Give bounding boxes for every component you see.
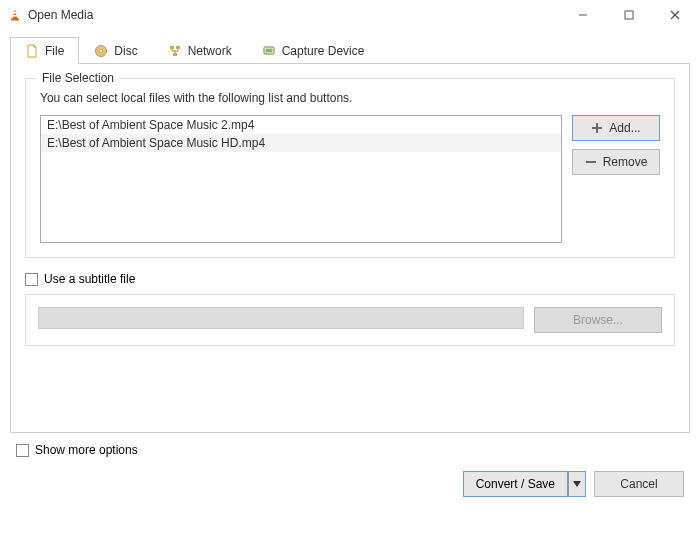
titlebar: Open Media bbox=[0, 0, 700, 30]
add-button-label: Add... bbox=[609, 121, 640, 135]
svg-rect-1 bbox=[12, 15, 17, 17]
tab-label: Disc bbox=[114, 44, 137, 58]
subtitle-checkbox[interactable] bbox=[25, 273, 38, 286]
disc-icon bbox=[94, 44, 108, 58]
show-more-label: Show more options bbox=[35, 443, 138, 457]
browse-button-label: Browse... bbox=[573, 313, 623, 327]
show-more-checkbox[interactable] bbox=[16, 444, 29, 457]
tab-label: Network bbox=[188, 44, 232, 58]
svg-point-8 bbox=[100, 50, 103, 53]
subtitle-checkbox-row[interactable]: Use a subtitle file bbox=[25, 272, 675, 286]
show-more-row[interactable]: Show more options bbox=[16, 443, 684, 457]
svg-rect-13 bbox=[265, 49, 272, 53]
minimize-button[interactable] bbox=[560, 0, 606, 30]
cancel-button-label: Cancel bbox=[620, 477, 657, 491]
capture-device-icon bbox=[262, 44, 276, 58]
list-item[interactable]: E:\Best of Ambient Space Music 2.mp4 bbox=[41, 116, 561, 134]
file-selection-legend: File Selection bbox=[36, 71, 120, 85]
svg-rect-15 bbox=[592, 127, 602, 129]
svg-rect-11 bbox=[173, 53, 177, 56]
close-button[interactable] bbox=[652, 0, 698, 30]
window-title: Open Media bbox=[28, 8, 560, 22]
convert-save-label[interactable]: Convert / Save bbox=[463, 471, 568, 497]
cancel-button[interactable]: Cancel bbox=[594, 471, 684, 497]
remove-button[interactable]: Remove bbox=[572, 149, 660, 175]
remove-button-label: Remove bbox=[603, 155, 648, 169]
svg-rect-16 bbox=[586, 161, 596, 163]
svg-rect-4 bbox=[625, 11, 633, 19]
file-icon bbox=[25, 44, 39, 58]
list-item[interactable]: E:\Best of Ambient Space Music HD.mp4 bbox=[41, 134, 561, 152]
svg-rect-2 bbox=[11, 19, 19, 21]
vlc-cone-icon bbox=[8, 8, 22, 22]
tab-file[interactable]: File bbox=[10, 37, 79, 64]
convert-save-button[interactable]: Convert / Save bbox=[463, 471, 586, 497]
file-selection-hint: You can select local files with the foll… bbox=[40, 91, 660, 105]
tab-capture[interactable]: Capture Device bbox=[247, 37, 380, 64]
network-icon bbox=[168, 44, 182, 58]
tab-label: File bbox=[45, 44, 64, 58]
tab-label: Capture Device bbox=[282, 44, 365, 58]
subtitle-group: Browse... bbox=[25, 294, 675, 346]
file-list[interactable]: E:\Best of Ambient Space Music 2.mp4 E:\… bbox=[40, 115, 562, 243]
subtitle-checkbox-label: Use a subtitle file bbox=[44, 272, 135, 286]
chevron-down-icon bbox=[573, 481, 581, 487]
svg-rect-0 bbox=[13, 12, 17, 14]
add-button[interactable]: Add... bbox=[572, 115, 660, 141]
svg-rect-9 bbox=[170, 46, 174, 49]
tab-network[interactable]: Network bbox=[153, 37, 247, 64]
subtitle-path-input bbox=[38, 307, 524, 329]
browse-button: Browse... bbox=[534, 307, 662, 333]
bottom-bar: Show more options Convert / Save Cancel bbox=[0, 433, 700, 507]
plus-icon bbox=[591, 122, 603, 134]
maximize-button[interactable] bbox=[606, 0, 652, 30]
minus-icon bbox=[585, 156, 597, 168]
tab-panel: File Selection You can select local file… bbox=[10, 63, 690, 433]
tab-disc[interactable]: Disc bbox=[79, 37, 152, 64]
tab-bar: File Disc Network Capture Device bbox=[10, 36, 690, 63]
svg-rect-10 bbox=[176, 46, 180, 49]
convert-save-dropdown[interactable] bbox=[568, 471, 586, 497]
file-selection-group: File Selection You can select local file… bbox=[25, 78, 675, 258]
